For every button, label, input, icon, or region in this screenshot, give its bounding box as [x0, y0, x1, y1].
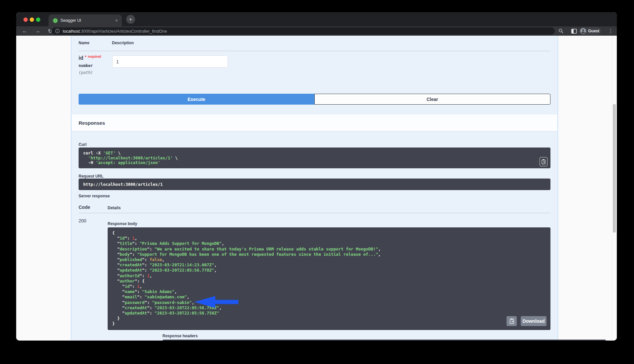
- tab-title: Swagger UI: [60, 18, 115, 23]
- back-button[interactable]: ←: [22, 26, 27, 36]
- parameters-name-header: Name: [79, 41, 89, 45]
- response-body-block[interactable]: Download { "id": 1, "title": "Prisma Add…: [108, 227, 550, 330]
- tab-swagger-ui[interactable]: Swagger UI ×: [49, 15, 122, 26]
- browser-window: Swagger UI × + ← → ↻ localhost:3000/api/…: [16, 12, 617, 341]
- responses-title: Responses: [79, 120, 105, 126]
- search-tabs-button[interactable]: [558, 26, 564, 36]
- response-body-label: Response body: [108, 221, 137, 226]
- request-url-label: Request URL: [79, 174, 103, 179]
- status-code: 200: [79, 218, 86, 223]
- required-star: *: [85, 54, 87, 59]
- request-url-block: http://localhost:3000/articles/1: [79, 179, 550, 190]
- parameters-divider: [79, 51, 550, 51]
- profile-button[interactable]: Guest: [579, 27, 601, 35]
- url-text: localhost:3000/api/#/articles/ArticlesCo…: [63, 29, 167, 34]
- traffic-light-zoom[interactable]: [36, 17, 40, 22]
- response-headers-label: Response headers: [162, 334, 198, 338]
- profile-label: Guest: [588, 29, 599, 33]
- parameters-description-header: Description: [112, 41, 134, 45]
- scrollbar-track: [612, 36, 617, 341]
- forward-button[interactable]: →: [35, 26, 40, 36]
- server-response-label: Server response: [79, 194, 110, 198]
- code-column-header: Code: [79, 205, 90, 210]
- clipboard-icon: [541, 159, 546, 164]
- param-id-location: (path): [79, 70, 93, 75]
- clipboard-arrow-icon: [509, 318, 514, 324]
- avatar: [580, 28, 586, 34]
- execute-button[interactable]: Execute: [79, 94, 314, 105]
- download-button[interactable]: Download: [521, 316, 546, 326]
- side-panel-icon: [571, 29, 577, 34]
- clear-button[interactable]: Clear: [314, 94, 551, 105]
- side-panel-button[interactable]: [571, 26, 577, 36]
- traffic-light-close[interactable]: [23, 17, 28, 22]
- tab-close-icon[interactable]: ×: [115, 18, 118, 23]
- response-headers-block: [162, 340, 606, 341]
- swagger-favicon-icon: [53, 18, 58, 23]
- param-id-name: id * required: [79, 54, 101, 61]
- back-icon: ←: [22, 28, 27, 34]
- traffic-light-minimize[interactable]: [30, 17, 34, 22]
- scrollbar-thumb[interactable]: [613, 104, 616, 233]
- curl-command-block[interactable]: curl -X 'GET' \ 'http://localhost:3000/a…: [79, 148, 550, 168]
- browser-menu-button[interactable]: ⋮: [608, 26, 613, 36]
- details-column-header: Details: [108, 206, 121, 210]
- copy-response-button[interactable]: [507, 316, 517, 326]
- copy-curl-button[interactable]: [540, 157, 547, 166]
- browser-toolbar: ← → ↻ localhost:3000/api/#/articles/Arti…: [16, 26, 617, 36]
- forward-icon: →: [35, 28, 40, 34]
- server-response-divider: [79, 213, 550, 213]
- curl-label: Curl: [79, 142, 87, 147]
- plus-icon: +: [129, 16, 132, 23]
- required-label: required: [88, 55, 101, 58]
- new-tab-button[interactable]: +: [126, 15, 135, 24]
- annotation-arrow: [194, 295, 238, 309]
- swagger-page: Name Description id * required number (p…: [16, 36, 617, 341]
- search-icon: [558, 28, 564, 34]
- responses-section-header: Responses: [72, 115, 557, 131]
- tab-bar: Swagger UI × +: [16, 12, 617, 26]
- param-id-input[interactable]: [112, 55, 228, 68]
- address-bar[interactable]: localhost:3000/api/#/articles/ArticlesCo…: [52, 27, 555, 35]
- execute-clear-group: Execute Clear: [79, 94, 550, 105]
- param-id-type: number: [79, 63, 93, 68]
- site-info-icon[interactable]: [55, 29, 60, 33]
- more-vertical-icon: ⋮: [608, 28, 613, 34]
- get-operation-block: Name Description id * required number (p…: [71, 36, 558, 341]
